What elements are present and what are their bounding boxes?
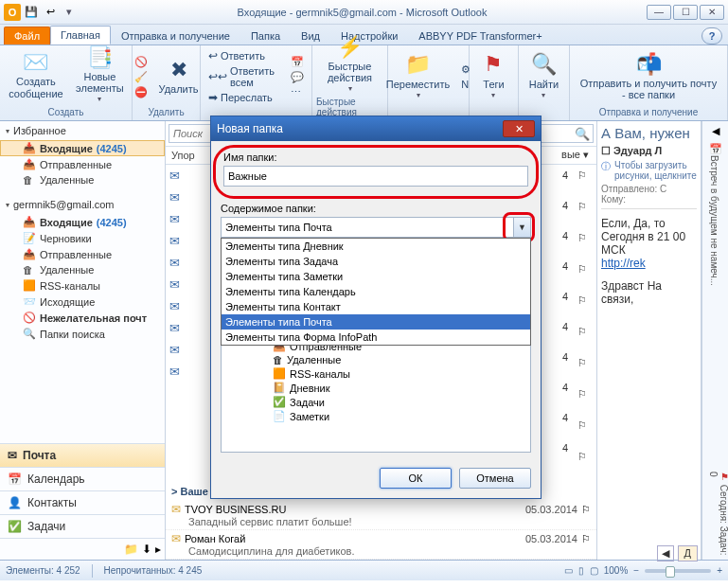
arrange-right-label[interactable]: вые ▾ [559,148,591,162]
dropdown-option[interactable]: Элементы типа Форма InfoPath [222,330,530,345]
envelope-icon[interactable]: ✉ [169,212,180,226]
nav-acct-junk[interactable]: 🚫Нежелательная почт [0,310,165,326]
close-button[interactable]: ✕ [700,5,724,20]
envelope-icon[interactable]: ✉ [169,190,180,205]
tree-item[interactable]: 🟧RSS-каналы [222,366,530,381]
nav-deleted[interactable]: 🗑Удаленные [0,172,165,187]
checkbox-icon[interactable]: ☐ [601,145,611,156]
nav-acct-drafts[interactable]: 📝Черновики [0,230,165,246]
todo-bar[interactable]: ◀ 📅 Встреч в будущем не намеч... ⚑ Сегод… [701,121,728,560]
im-button[interactable]: 💬 [287,70,308,84]
nav-acct-rss[interactable]: 🟧RSS-каналы [0,277,165,294]
envelope-icon[interactable]: ✉ [169,169,180,183]
ok-button[interactable]: ОК [380,468,452,489]
delete-button[interactable]: ✖Удалить [155,57,203,97]
minimize-button[interactable]: — [647,5,671,20]
reading-nav-label[interactable]: Д [678,545,698,560]
new-message-button[interactable]: ✉️Создать сообщение [4,49,68,100]
flag-icon[interactable]: ⚐ [576,169,589,183]
dropdown-option[interactable]: Элементы типа Задача [222,254,530,269]
envelope-icon[interactable]: ✉ [169,299,180,313]
reply-button[interactable]: ↩Ответить [204,48,283,63]
nav-acct-deleted[interactable]: 🗑Удаленные [0,262,165,277]
flag-icon[interactable]: ⚐ [581,504,591,516]
forward-button[interactable]: ➡Переслать [204,90,283,105]
cleanup-button[interactable]: 🧹 [131,70,151,84]
envelope-icon[interactable]: ✉ [169,234,180,248]
dropdown-option[interactable]: Элементы типа Заметки [222,269,530,284]
find-button[interactable]: 🔍Найти▾ [525,51,562,101]
nav-sent[interactable]: 📤Отправленные [0,156,165,172]
replyall-button[interactable]: ↩↩Ответить всем [204,64,283,89]
message-row[interactable]: ✉TVOY BUSINESS.RU05.03.2014⚐ Западный се… [166,501,596,530]
nav-inbox[interactable]: 📥Входящие (4245) [0,140,165,156]
tab-home[interactable]: Главная [50,26,111,45]
nav-mini-folder-icon[interactable]: 📁 [124,543,138,556]
flag-icon[interactable]: ⚐ [581,533,591,545]
nav-acct-inbox[interactable]: 📥Входящие (4245) [0,214,165,230]
tab-folder[interactable]: Папка [240,27,291,45]
tab-abbyy[interactable]: ABBYY PDF Transformer+ [408,27,552,45]
search-icon[interactable]: 🔍 [575,127,590,141]
tree-item[interactable]: ✅Задачи [222,395,530,409]
folder-contents-dropdown[interactable]: Элементы типа Почта ▼ [221,217,531,238]
nav-mini-config-icon[interactable]: ▸ [155,543,161,556]
todo-expand-icon[interactable]: ◀ [702,121,728,141]
zoom-out-button[interactable]: − [633,565,639,576]
junk-button[interactable]: ⛔ [131,85,151,99]
help-button[interactable]: ? [701,27,722,45]
reading-link[interactable]: http://rek [601,257,646,270]
nav-acct-sent[interactable]: 📤Отправленные [0,246,165,262]
ignore-button[interactable]: 🚫 [131,55,151,69]
dropdown-option[interactable]: Элементы типа Календарь [222,284,530,299]
zoom-label: 100% [604,565,629,576]
nav-mail-button[interactable]: ✉Почта [0,443,165,467]
folder-name-input[interactable] [223,166,528,187]
move-button[interactable]: 📁Переместить▾ [382,51,453,101]
qat-dropdown-icon[interactable]: ▾ [61,4,78,21]
nav-acct-search[interactable]: 🔍Папки поиска [0,326,165,342]
send-receive-all-button[interactable]: 📬Отправить и получить почту - все папки [574,51,723,102]
dropdown-option[interactable]: Элементы типа Контакт [222,299,530,314]
envelope-icon[interactable]: ✉ [169,343,180,357]
envelope-icon[interactable]: ✉ [169,256,180,270]
new-items-button[interactable]: 📑Новые элементы▾ [72,45,128,106]
view-reading-icon[interactable]: ▯ [578,565,584,576]
view-minimal-icon[interactable]: ▢ [590,565,598,576]
nav-tasks-button[interactable]: ✅Задачи [0,514,165,538]
chevron-down-icon[interactable]: ▼ [513,218,530,237]
meeting-button[interactable]: 📅 [287,55,308,69]
quick-steps-button[interactable]: ⚡Быстрые действия▾ [316,34,383,96]
envelope-icon[interactable]: ✉ [169,277,180,292]
qat-save-icon[interactable]: 💾 [23,4,40,21]
nav-mini-shortcut-icon[interactable]: ⬇ [142,543,151,556]
dialog-titlebar[interactable]: Новая папка ✕ [211,116,541,141]
tree-item[interactable]: 📔Дневник [222,381,530,395]
account-header[interactable]: germnik5@gmail.com [0,195,165,214]
favorites-header[interactable]: Избранное [0,121,165,140]
nav-contacts-button[interactable]: 👤Контакты [0,490,165,514]
cancel-button[interactable]: Отмена [459,468,531,489]
view-normal-icon[interactable]: ▭ [564,565,573,576]
nav-acct-outbox[interactable]: 📨Исходящие [0,294,165,310]
maximize-button[interactable]: ☐ [673,5,698,20]
tab-file[interactable]: Файл [4,27,50,45]
more-respond-button[interactable]: ⋯ [287,85,308,99]
dropdown-option[interactable]: Элементы типа Дневник [222,239,530,254]
zoom-slider[interactable] [645,569,711,573]
qat-undo-icon[interactable]: ↩ [42,4,59,21]
dialog-close-button[interactable]: ✕ [503,120,535,137]
envelope-icon[interactable]: ✉ [169,365,180,379]
tab-sendreceive[interactable]: Отправка и получение [111,27,240,45]
dropdown-option-selected[interactable]: Элементы типа Почта [222,314,530,330]
envelope-icon[interactable]: ✉ [169,321,180,335]
nav-calendar-button[interactable]: 📅Календарь [0,467,165,490]
tree-item[interactable]: 🗑Удаленные [222,353,530,366]
message-row[interactable]: ✉Роман Когай05.03.2014⚐ Самодисциплина д… [166,530,596,560]
zoom-in-button[interactable]: + [717,565,722,576]
folder-location-tree[interactable]: 📤Отправленные 🗑Удаленные 🟧RSS-каналы 📔Дн… [221,336,531,453]
tags-button[interactable]: ⚑Теги▾ [479,51,507,101]
prev-button[interactable]: ◀ [657,545,674,560]
dropdown-list: Элементы типа Дневник Элементы типа Зада… [221,238,531,346]
tree-item[interactable]: 📄Заметки [222,409,530,423]
